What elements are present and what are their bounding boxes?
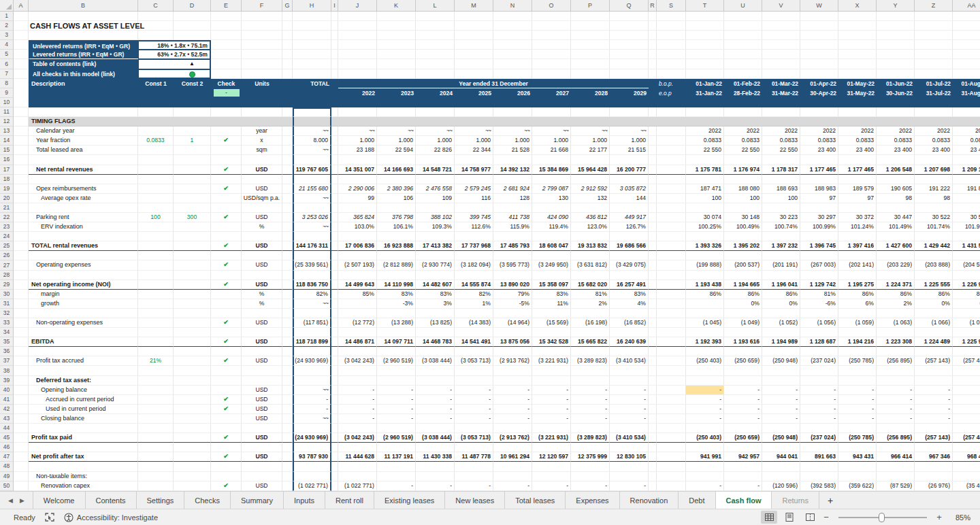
row-header-13[interactable]: 13 — [0, 126, 14, 136]
cell-B44[interactable] — [29, 424, 138, 433]
cell-AA5[interactable] — [953, 50, 980, 59]
cell-H21[interactable] — [293, 203, 331, 213]
cell-V7[interactable] — [762, 69, 800, 79]
cell-U43[interactable]: - — [724, 414, 762, 424]
cell-N14[interactable]: 1.000 — [493, 136, 532, 146]
units-13[interactable]: year — [242, 126, 282, 136]
cell-J38[interactable] — [338, 366, 377, 375]
cell-D31[interactable] — [174, 299, 211, 309]
cell-N31[interactable]: -5% — [493, 299, 532, 309]
cell-Z34[interactable] — [915, 328, 953, 337]
cell-Q11[interactable] — [610, 107, 649, 117]
cell-K13[interactable]: ~~ — [377, 126, 416, 136]
cell-Q44[interactable] — [610, 424, 649, 433]
cell-K48[interactable] — [377, 462, 416, 471]
cell-Y50[interactable]: (87 529) — [877, 481, 915, 491]
cell-O1[interactable] — [532, 12, 571, 21]
cell-F46[interactable] — [242, 443, 282, 452]
cell-X49[interactable] — [838, 472, 877, 481]
cell-G16[interactable] — [282, 155, 293, 165]
cell-W16[interactable] — [800, 155, 838, 165]
cell-M43[interactable]: - — [455, 414, 493, 424]
cell-Q14[interactable]: 1.000 — [610, 136, 649, 146]
cell-I[interactable] — [331, 194, 338, 203]
cell-L21[interactable] — [416, 203, 455, 213]
cell-T50[interactable]: - — [686, 481, 724, 491]
cell-R3[interactable] — [649, 31, 657, 40]
row-label-20[interactable]: Average opex rate — [29, 194, 138, 203]
col-header-B[interactable]: B — [29, 0, 138, 12]
cell-L34[interactable] — [416, 328, 455, 337]
cell-Q39[interactable] — [610, 376, 649, 386]
cell-AA11[interactable] — [953, 107, 980, 117]
cell-D32[interactable] — [174, 309, 211, 318]
cell-H26[interactable] — [293, 251, 331, 260]
cell-A33[interactable] — [14, 318, 29, 328]
cell-G[interactable] — [282, 376, 293, 386]
tab-debt[interactable]: Debt — [679, 492, 715, 509]
cell-U40[interactable]: - — [724, 386, 762, 395]
units-45[interactable]: USD — [242, 433, 282, 443]
row-label-14[interactable]: Year fraction — [29, 136, 138, 146]
tab-existing-leases[interactable]: Existing leases — [374, 492, 445, 509]
cell-Z20[interactable]: 98 — [915, 194, 953, 203]
cell-P26[interactable] — [571, 251, 610, 260]
cell-AA1[interactable] — [953, 12, 980, 21]
cell-D47[interactable] — [174, 452, 211, 462]
cell-I[interactable] — [331, 481, 338, 491]
cell-R[interactable] — [649, 136, 657, 146]
cell-U5[interactable] — [724, 50, 762, 59]
row-header-12[interactable]: 12 — [0, 117, 14, 126]
cell-K39[interactable] — [377, 376, 416, 386]
cell-L29[interactable]: 14 482 607 — [416, 280, 455, 290]
cell-N24[interactable] — [493, 232, 532, 241]
cell-V6[interactable] — [762, 59, 800, 69]
cell-L40[interactable]: - — [416, 386, 455, 395]
cell-O23[interactable]: 119.4% — [532, 222, 571, 232]
row-label-15[interactable]: Total leased area — [29, 146, 138, 155]
cell-Z23[interactable]: 101.74% — [915, 222, 953, 232]
cell-K41[interactable]: - — [377, 395, 416, 405]
cell-K34[interactable] — [377, 328, 416, 337]
row-header-26[interactable]: 26 — [0, 251, 14, 260]
cell-Y39[interactable] — [877, 376, 915, 386]
units-20[interactable]: USD/sqm p.a. — [242, 194, 282, 203]
check-icon-41[interactable]: ✔ — [211, 395, 242, 405]
cell-H31[interactable]: ~~ — [293, 299, 331, 309]
cell-H1[interactable] — [293, 12, 331, 21]
cell-M31[interactable]: 1% — [455, 299, 493, 309]
cell-X50[interactable]: (359 622) — [838, 481, 877, 491]
cell-D44[interactable] — [174, 424, 211, 433]
cell-H5[interactable] — [293, 50, 331, 59]
tab-returns[interactable]: Returns — [772, 492, 819, 509]
cell-J34[interactable] — [338, 328, 377, 337]
col-header-W[interactable]: W — [800, 0, 838, 12]
cell-T23[interactable]: 100.25% — [686, 222, 724, 232]
tab-summary[interactable]: Summary — [231, 492, 284, 509]
cell-C1[interactable] — [138, 12, 174, 21]
units-43[interactable]: USD — [242, 414, 282, 424]
check-icon-25[interactable]: ✔ — [211, 241, 242, 251]
cell-A21[interactable] — [14, 203, 29, 213]
cell-F16[interactable] — [242, 155, 282, 165]
cell-N7[interactable] — [493, 69, 532, 79]
cell-F4[interactable] — [242, 40, 282, 50]
cell-G4[interactable] — [282, 40, 293, 50]
cell-R[interactable] — [649, 356, 657, 366]
cell-T34[interactable] — [686, 328, 724, 337]
cell-L2[interactable] — [416, 21, 455, 31]
cell-F24[interactable] — [242, 232, 282, 241]
cell-I2[interactable] — [331, 21, 338, 31]
cell-A6[interactable] — [14, 59, 29, 69]
row-header-42[interactable]: 42 — [0, 405, 14, 414]
row-header-3[interactable]: 3 — [0, 31, 14, 40]
cell-C39[interactable] — [138, 376, 174, 386]
cell-S[interactable] — [657, 280, 686, 290]
cell-W11[interactable] — [800, 107, 838, 117]
cell-J37[interactable]: (3 042 243) — [338, 356, 377, 366]
cell-X40[interactable]: - — [838, 386, 877, 395]
select-all-corner[interactable] — [0, 0, 14, 12]
units-49[interactable] — [242, 472, 282, 481]
col-header-F[interactable]: F — [242, 0, 282, 12]
cell-Q40[interactable]: - — [610, 386, 649, 395]
